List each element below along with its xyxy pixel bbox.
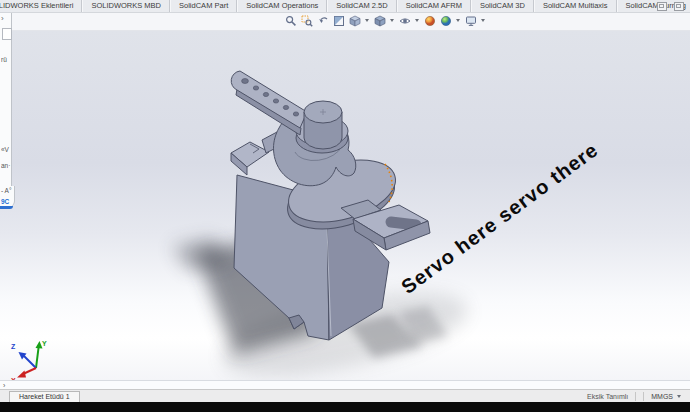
sliver-selection-bar: [0, 206, 13, 209]
dropdown-caret-icon[interactable]: [481, 19, 485, 22]
hide-show-items-icon[interactable]: [398, 14, 411, 27]
dropdown-caret-icon[interactable]: [415, 19, 419, 22]
tree-item-fragment-highlight: 9C: [1, 198, 9, 205]
graphics-area[interactable]: [0, 30, 690, 380]
tabbar-window-controls: [657, 2, 684, 11]
dropdown-caret-icon[interactable]: [365, 19, 369, 22]
display-style-icon[interactable]: [373, 14, 386, 27]
triad-y-label: Y: [42, 340, 47, 347]
status-separator: [643, 392, 644, 401]
status-separator: [635, 392, 636, 401]
pin-commandmanager-icon[interactable]: [657, 2, 667, 11]
heads-up-toolbar: [0, 12, 690, 31]
section-view-icon[interactable]: [332, 14, 345, 27]
view-settings-icon[interactable]: [464, 14, 477, 27]
definition-status-text: Eksik Tanımlı: [587, 393, 628, 400]
units-caret-icon: [677, 395, 681, 398]
feature-manager-sliver[interactable]: › rü «V an·: [0, 12, 12, 186]
tree-item-fragment: rü: [1, 56, 11, 63]
reference-triad: Y Z X: [10, 336, 54, 384]
tree-item-fragment: - A°: [1, 187, 12, 194]
solidworks-window: SOLIDWORKS Eklentileri SOLIDWORKS MBD So…: [0, 0, 690, 412]
tab-solidworks-mbd[interactable]: SOLIDWORKS MBD: [82, 0, 170, 12]
tab-motion-study[interactable]: Hareket Etüdü 1: [9, 391, 80, 403]
status-bar: Hareket Etüdü 1 Eksik Tanımlı MMGS: [0, 389, 690, 403]
status-group: Eksik Tanımlı MMGS: [587, 392, 682, 401]
tree-item-fragment: an·: [1, 162, 11, 169]
zoom-to-fit-icon[interactable]: [284, 14, 297, 27]
command-manager-tabs: SOLIDWORKS Eklentileri SOLIDWORKS MBD So…: [0, 0, 690, 12]
apply-scene-icon[interactable]: [439, 14, 452, 27]
previous-view-icon[interactable]: [316, 14, 329, 27]
tab-solidcam-afrm[interactable]: SolidCAM AFRM: [397, 0, 471, 12]
zoom-to-area-icon[interactable]: [300, 14, 313, 27]
taskbar-strip: [0, 402, 690, 412]
edit-appearance-icon[interactable]: [423, 14, 436, 27]
heads-up-icons: [284, 14, 486, 27]
panel-expand-chevron[interactable]: ›: [1, 14, 11, 23]
triad-z-label: Z: [11, 343, 16, 350]
tab-solidcam-operations[interactable]: SolidCAM Operations: [237, 0, 327, 12]
feature-tree-search-input[interactable]: [2, 28, 12, 40]
units-label: MMGS: [651, 393, 673, 400]
command-manager-tabbar: SOLIDWORKS Eklentileri SOLIDWORKS MBD So…: [0, 0, 690, 13]
feature-manager-sliver-lip[interactable]: - A° 9C: [0, 186, 15, 207]
tab-solidcam-3d[interactable]: SolidCAM 3D: [471, 0, 534, 12]
dropdown-caret-icon[interactable]: [390, 19, 394, 22]
tab-solidworks-eklentileri[interactable]: SOLIDWORKS Eklentileri: [0, 0, 82, 12]
view-orientation-icon[interactable]: [348, 14, 361, 27]
tab-solidcam-multiaxis[interactable]: SolidCAM Multiaxis: [534, 0, 617, 12]
dropdown-caret-icon[interactable]: [456, 19, 460, 22]
tree-item-fragment: «V: [1, 146, 11, 153]
units-selector[interactable]: MMGS: [651, 393, 682, 400]
tab-solidcam-part[interactable]: SolidCAM Part: [170, 0, 237, 12]
tab-solidcam-25d[interactable]: SolidCAM 2.5D: [327, 0, 396, 12]
expand-commandmanager-icon[interactable]: [674, 2, 684, 11]
